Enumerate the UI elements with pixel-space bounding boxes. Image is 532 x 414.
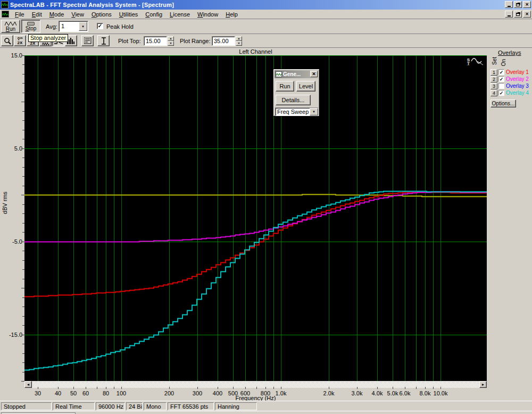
x-axis-tick (218, 387, 218, 389)
stop-button[interactable]: Stop (21, 20, 40, 33)
curve-overlay-1 (24, 193, 487, 297)
status-96000-hz: 96000 Hz (96, 402, 125, 410)
y-axis-tick (22, 111, 24, 112)
scroll-left-button[interactable]: ◄ (24, 381, 32, 388)
x-axis-tick (329, 387, 329, 389)
menu-item-options[interactable]: Options (88, 10, 115, 19)
close-button[interactable]: ✕ (523, 1, 531, 8)
y-axis-tick (22, 176, 24, 177)
y-axis-tick (21, 381, 24, 382)
x-tick-label-300: 300 (187, 390, 208, 396)
y-axis-tick (22, 269, 24, 270)
marker-button[interactable] (97, 35, 110, 46)
y-axis-tick (22, 307, 24, 307)
overlays-panel: Overlays Set On 1✓Overlay 12✓Overlay 23O… (491, 49, 532, 107)
generator-dialog[interactable]: Gene... ✕ Run Level Details... Freq Swee… (273, 69, 320, 117)
menu-item-config[interactable]: Config (142, 10, 166, 19)
plot-channel-title: Left Channel (24, 48, 487, 55)
run-button-label: Run (6, 26, 15, 32)
avg-label: Avg: (46, 23, 57, 30)
overlay-1-on-checkbox[interactable]: ✓ (498, 69, 504, 75)
plot-top-input[interactable]: 15.00 (144, 36, 167, 46)
menu-item-help[interactable]: Help (222, 10, 242, 19)
spectrum-plot[interactable]: S̲T̲ (24, 55, 487, 381)
display-options-button[interactable] (81, 35, 94, 46)
generator-close-button[interactable]: ✕ (310, 71, 318, 77)
plot-h-scrollbar[interactable]: ◄ ► (24, 381, 487, 388)
plot-range-spinner[interactable]: ▲ ▼ (236, 36, 242, 46)
plot-range-input[interactable]: 35.00 (212, 36, 235, 46)
x-axis-tick (58, 387, 59, 389)
y-axis-tick (22, 213, 24, 214)
overlay-3-on-checkbox[interactable] (498, 83, 504, 89)
scroll-right-button[interactable]: ► (479, 381, 487, 388)
x-axis-tick (245, 387, 246, 389)
zoom-in-2x-button[interactable]: ⚲ᴵᴺ 2X (14, 35, 26, 46)
menu-item-window[interactable]: Window (194, 10, 222, 19)
generator-run-button[interactable]: Run (276, 81, 294, 92)
x-axis-tick (114, 387, 114, 389)
st-letters-icon: S̲T̲ (467, 58, 470, 65)
y-tick-label--15.0: -15.0 (5, 332, 22, 338)
overlay-2-on-checkbox[interactable]: ✓ (498, 76, 504, 82)
overlay-1-set-button[interactable]: 1 (491, 69, 497, 76)
overlay-4-on-checkbox[interactable]: ✓ (498, 90, 504, 96)
mdi-child-icon[interactable] (2, 11, 9, 18)
plot-range-up-icon[interactable]: ▲ (236, 36, 242, 41)
restore-button[interactable] (514, 1, 522, 8)
zoom-in-label: 2X (18, 40, 23, 45)
generator-mode-dropdown[interactable]: Freq Sweep ▼ (275, 107, 319, 116)
y-axis-tick (21, 242, 24, 242)
mdi-restore-button[interactable] (514, 11, 522, 18)
x-axis-tick (38, 387, 38, 389)
y-axis-tick (22, 223, 24, 223)
x-tick-label-10.0k: 10.0k (430, 390, 451, 396)
menu-item-edit[interactable]: Edit (28, 10, 46, 19)
plot-toolbar: ⚲ᴵᴺ 2X 2X (0, 34, 532, 48)
y-axis-tick (22, 353, 24, 354)
y-tick-label--5.0: -5.0 (5, 238, 22, 245)
title-bar[interactable]: SpectraLAB - FFT Spectral Analysis Syste… (0, 0, 532, 10)
menu-item-utilities[interactable]: Utilities (115, 10, 142, 19)
avg-dropdown-arrow-icon[interactable]: ▼ (79, 22, 87, 31)
generator-mode-arrow-icon[interactable]: ▼ (310, 108, 318, 115)
run-button[interactable]: Run (1, 20, 20, 33)
generator-level-button[interactable]: Level (296, 81, 315, 92)
x-axis-tick (393, 387, 393, 389)
overlay-3-label: Overlay 3 (506, 83, 529, 89)
y-axis-tick (22, 362, 24, 363)
minimize-button[interactable] (505, 1, 513, 8)
y-tick-label-5.0: 5.0 (5, 145, 22, 152)
y-axis-tick (22, 204, 24, 205)
peak-hold-label: Peak Hold (106, 23, 134, 30)
plot-range-down-icon[interactable]: ▼ (236, 41, 242, 46)
overlay-3-set-button[interactable]: 3 (491, 83, 497, 89)
generator-details-button[interactable]: Details... (276, 95, 311, 105)
avg-dropdown[interactable]: 1 ▼ (59, 21, 88, 32)
x-axis-tick (433, 387, 434, 389)
menu-item-mode[interactable]: Mode (46, 10, 68, 19)
menu-item-view[interactable]: View (68, 10, 88, 19)
y-axis-tick (22, 186, 24, 186)
overlay-2-set-button[interactable]: 2 (491, 76, 497, 82)
y-axis-tick (21, 55, 24, 56)
y-axis-tick (22, 279, 24, 279)
mdi-close-button[interactable]: ✕ (523, 11, 531, 18)
status-hanning: Hanning (215, 402, 257, 410)
stop-button-label: Stop (26, 26, 37, 31)
zoom-button[interactable] (1, 35, 13, 46)
mdi-minimize-button[interactable] (505, 11, 513, 18)
overlay-4-label: Overlay 4 (506, 90, 529, 96)
menu-item-file[interactable]: File (11, 10, 28, 19)
generator-close-icon: ✕ (312, 71, 316, 77)
plot-top-down-icon[interactable]: ▼ (168, 41, 174, 46)
overlay-4-set-button[interactable]: 4 (491, 90, 497, 96)
peak-hold-checkbox[interactable]: ✓ (97, 23, 103, 29)
generator-dialog-titlebar[interactable]: Gene... ✕ (275, 70, 318, 78)
menu-item-license[interactable]: License (166, 10, 194, 19)
plot-top-up-icon[interactable]: ▲ (168, 36, 174, 41)
scroll-left-icon: ◄ (27, 383, 30, 386)
overlays-options-button[interactable]: Options... (491, 100, 516, 107)
plot-top-spinner[interactable]: ▲ ▼ (168, 36, 174, 46)
x-axis-tick (357, 387, 358, 389)
